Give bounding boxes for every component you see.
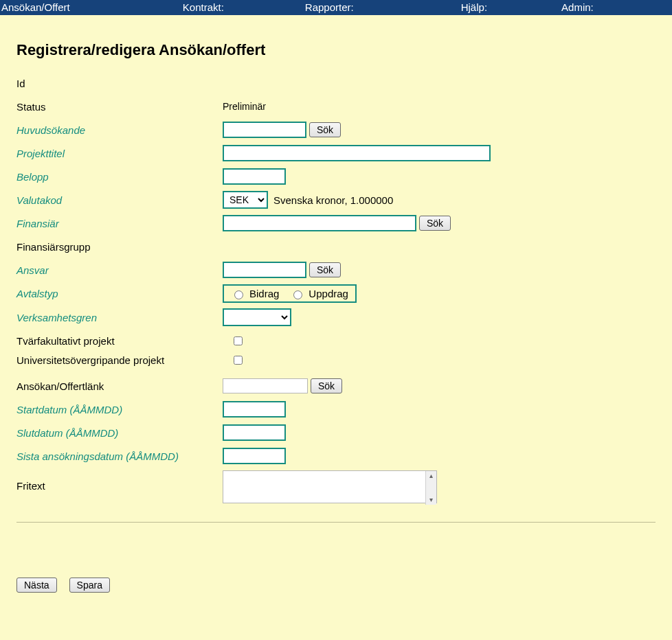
verksamhetsgren-select[interactable] (223, 308, 291, 326)
startdatum-input[interactable] (223, 401, 286, 418)
avtalstyp-uppdrag-label: Uppdrag (309, 288, 348, 299)
nav-hjalp[interactable]: Hjälp: (456, 0, 493, 15)
label-startdatum[interactable]: Startdatum (ÅÅMMDD) (16, 404, 223, 415)
sista-ansokningsdatum-input[interactable] (223, 448, 286, 464)
label-finansiar[interactable]: Finansiär (16, 218, 223, 229)
avtalstyp-bidrag-radio[interactable] (234, 290, 243, 299)
valutakod-note: Svenska kronor, 1.000000 (273, 194, 393, 206)
ansokan-offertlank-input[interactable] (223, 378, 308, 393)
fritext-textarea[interactable] (223, 470, 437, 503)
nav-kontrakt[interactable]: Kontrakt: (177, 0, 229, 15)
status-value: Preliminär (223, 101, 266, 112)
label-tvarfakultativt: Tvärfakultativt projekt (16, 335, 223, 347)
action-bar: Nästa Spara (16, 578, 656, 593)
label-sista-ansokningsdatum[interactable]: Sista ansökningsdatum (ÅÅMMDD) (16, 450, 223, 462)
finansiar-sok-button[interactable]: Sök (419, 216, 451, 231)
huvudsokande-sok-button[interactable]: Sök (309, 122, 341, 137)
avtalstyp-bidrag-label: Bidrag (249, 288, 279, 299)
label-finansiarsgrupp: Finansiärsgrupp (16, 241, 223, 253)
spara-button[interactable]: Spara (69, 578, 110, 593)
label-huvudsokande[interactable]: Huvudsökande (16, 124, 223, 136)
nav-admin[interactable]: Admin: (556, 0, 599, 15)
page-body: Registrera/redigera Ansökan/offert Id St… (0, 15, 672, 640)
label-avtalstyp[interactable]: Avtalstyp (16, 288, 223, 299)
avtalstyp-bidrag-option[interactable]: Bidrag (231, 288, 279, 299)
label-belopp[interactable]: Belopp (16, 171, 223, 183)
tvarfakultativt-checkbox[interactable] (234, 336, 243, 345)
belopp-input[interactable] (223, 168, 286, 185)
label-valutakod[interactable]: Valutakod (16, 194, 223, 206)
ansokan-offertlank-sok-button[interactable]: Sök (311, 378, 342, 393)
universitetsovergrip-checkbox[interactable] (234, 356, 243, 365)
label-universitetsovergrip: Universitetsövergripande projekt (16, 354, 223, 366)
page-title: Registrera/redigera Ansökan/offert (16, 41, 656, 59)
projekttitel-input[interactable] (223, 145, 491, 161)
label-projekttitel[interactable]: Projekttitel (16, 148, 223, 159)
nav-rapporter[interactable]: Rapporter: (300, 0, 359, 15)
huvudsokande-input[interactable] (223, 122, 306, 138)
nasta-button[interactable]: Nästa (16, 578, 57, 593)
avtalstyp-group: Bidrag Uppdrag (223, 284, 357, 303)
finansiar-input[interactable] (223, 215, 416, 231)
avtalstyp-uppdrag-option[interactable]: Uppdrag (290, 288, 348, 299)
top-nav: Ansökan/Offert Kontrakt: Rapporter: Hjäl… (0, 0, 672, 15)
ansvar-input[interactable] (223, 262, 306, 278)
slutdatum-input[interactable] (223, 424, 286, 441)
label-ansvar[interactable]: Ansvar (16, 264, 223, 276)
label-id: Id (16, 78, 223, 89)
nav-ansokan-offert[interactable]: Ansökan/Offert (0, 0, 76, 15)
valutakod-select[interactable]: SEK (223, 191, 268, 209)
avtalstyp-uppdrag-radio[interactable] (293, 290, 302, 299)
label-slutdatum[interactable]: Slutdatum (ÅÅMMDD) (16, 427, 223, 439)
label-status: Status (16, 101, 223, 113)
separator (16, 522, 656, 523)
label-verksamhetsgren[interactable]: Verksamhetsgren (16, 312, 223, 323)
label-ansokan-offertlank: Ansökan/Offertlänk (16, 380, 223, 392)
ansvar-sok-button[interactable]: Sök (309, 262, 341, 277)
label-fritext: Fritext (16, 470, 223, 492)
